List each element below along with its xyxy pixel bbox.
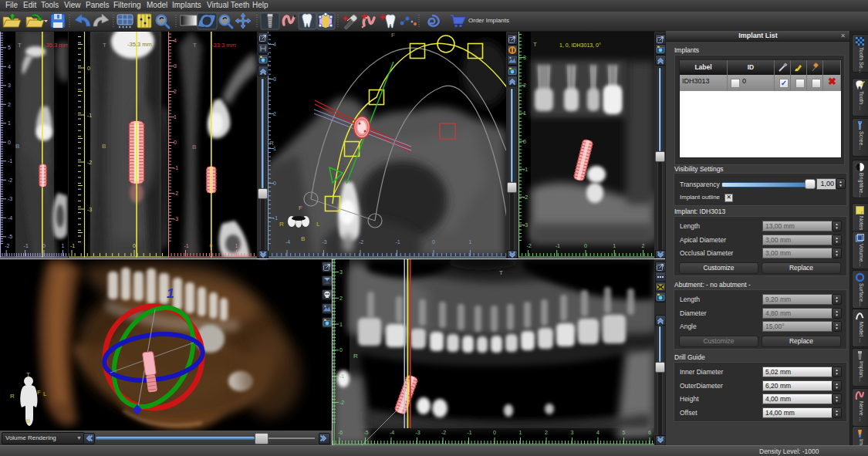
svg-text:B: B — [102, 143, 106, 150]
svg-text:-2: -2 — [8, 177, 12, 183]
svg-text:T: T — [533, 41, 537, 48]
svg-text:-2: -2 — [441, 430, 446, 435]
svg-text:0: 0 — [210, 243, 213, 248]
svg-text:R: R — [353, 353, 358, 360]
svg-text:1: 1 — [8, 120, 11, 126]
svg-text:-3: -3 — [87, 207, 92, 212]
svg-text:-1: -1 — [556, 243, 560, 248]
svg-text:-3: -3 — [174, 216, 178, 221]
svg-text:3: 3 — [339, 269, 343, 275]
svg-text:1: 1 — [235, 243, 238, 248]
svg-text:0: 0 — [273, 181, 276, 186]
svg-text:0: 0 — [174, 140, 177, 145]
svg-text:-4: -4 — [285, 239, 290, 245]
svg-text:2: 2 — [174, 89, 177, 94]
svg-text:-35.3 mm: -35.3 mm — [44, 42, 68, 49]
svg-text:2: 2 — [273, 111, 276, 117]
svg-text:B: B — [15, 143, 19, 150]
svg-text:-3: -3 — [8, 196, 12, 201]
svg-text:-2: -2 — [526, 243, 531, 248]
svg-text:L: L — [316, 221, 320, 228]
svg-text:-2: -2 — [5, 243, 9, 248]
svg-text:4: 4 — [596, 430, 599, 435]
svg-text:3: 3 — [8, 83, 11, 88]
svg-text:R: R — [279, 221, 284, 228]
svg-text:0: 0 — [42, 243, 46, 248]
svg-text:T: T — [26, 371, 30, 378]
svg-text:-1: -1 — [396, 239, 400, 245]
svg-text:0: 0 — [339, 347, 343, 353]
svg-text:4: 4 — [174, 38, 177, 43]
svg-text:3: 3 — [273, 76, 276, 82]
svg-text:T: T — [193, 42, 197, 49]
svg-text:0: 0 — [432, 239, 435, 245]
svg-text:-1: -1 — [70, 243, 75, 248]
svg-text:0: 0 — [8, 140, 11, 145]
svg-text:B: B — [26, 417, 30, 424]
svg-text:-3: -3 — [523, 222, 528, 228]
svg-text:-3: -3 — [323, 239, 327, 245]
svg-text:1: 1 — [174, 114, 177, 120]
svg-text:2: 2 — [339, 296, 343, 301]
svg-text:-1: -1 — [523, 167, 528, 172]
svg-text:-1: -1 — [339, 373, 344, 379]
svg-text:0: 0 — [584, 243, 587, 248]
svg-text:2: 2 — [8, 102, 11, 107]
svg-text:R: R — [269, 140, 274, 147]
svg-text:-6: -6 — [338, 430, 343, 435]
svg-text:-1: -1 — [184, 243, 189, 248]
svg-text:4: 4 — [273, 42, 276, 47]
svg-text:5: 5 — [8, 45, 11, 50]
svg-text:-35.3 mm: -35.3 mm — [127, 41, 152, 48]
svg-text:2: 2 — [545, 430, 548, 435]
svg-text:-1: -1 — [8, 158, 12, 164]
svg-text:-4: -4 — [390, 430, 394, 435]
svg-text:-1: -1 — [468, 430, 472, 435]
svg-text:-2: -2 — [87, 160, 92, 165]
svg-text:1: 1 — [519, 430, 522, 435]
svg-text:2: 2 — [642, 243, 645, 248]
svg-text:T: T — [499, 269, 503, 276]
svg-text:-1: -1 — [273, 215, 278, 221]
svg-text:0: 0 — [493, 430, 496, 435]
svg-text:F: F — [391, 32, 395, 39]
svg-text:T: T — [103, 42, 106, 49]
svg-text:1: 1 — [167, 286, 174, 301]
svg-text:1: 1 — [61, 243, 64, 248]
svg-text:2: 2 — [523, 83, 526, 88]
svg-text:-2: -2 — [174, 191, 178, 196]
svg-text:5: 5 — [623, 430, 626, 435]
svg-text:1: 1 — [339, 322, 343, 327]
svg-text:1: 1 — [523, 110, 526, 116]
svg-text:3: 3 — [523, 55, 526, 60]
svg-text:-5: -5 — [364, 430, 369, 435]
svg-text:1: 1 — [613, 243, 616, 248]
svg-text:3: 3 — [571, 430, 574, 435]
svg-text:-5: -5 — [8, 234, 12, 239]
svg-text:1: 1 — [469, 239, 472, 245]
svg-text:F: F — [299, 204, 302, 211]
svg-text:-2: -2 — [359, 239, 363, 245]
svg-text:-33.3 mm: -33.3 mm — [211, 42, 236, 49]
svg-text:0: 0 — [523, 139, 526, 144]
svg-text:3: 3 — [174, 63, 177, 69]
svg-text:6: 6 — [648, 430, 651, 435]
svg-text:-4: -4 — [8, 215, 12, 221]
svg-text:-2: -2 — [523, 194, 528, 200]
svg-text:-1: -1 — [174, 165, 178, 171]
svg-text:-3: -3 — [416, 430, 420, 435]
svg-text:1: 1 — [273, 146, 276, 151]
svg-text:-2: -2 — [339, 400, 344, 405]
svg-text:4: 4 — [8, 64, 11, 69]
svg-text:-1: -1 — [87, 113, 92, 118]
svg-text:0: 0 — [133, 243, 136, 248]
svg-text:L: L — [43, 390, 47, 397]
svg-text:R: R — [10, 393, 15, 400]
svg-text:-1: -1 — [24, 243, 29, 248]
svg-text:F: F — [37, 389, 41, 396]
svg-text:1, 0, IDH3013, 0°: 1, 0, IDH3013, 0° — [559, 42, 601, 48]
svg-text:T: T — [18, 42, 22, 49]
svg-text:B: B — [192, 144, 196, 150]
svg-text:0: 0 — [87, 66, 90, 71]
svg-text:B: B — [301, 235, 305, 242]
